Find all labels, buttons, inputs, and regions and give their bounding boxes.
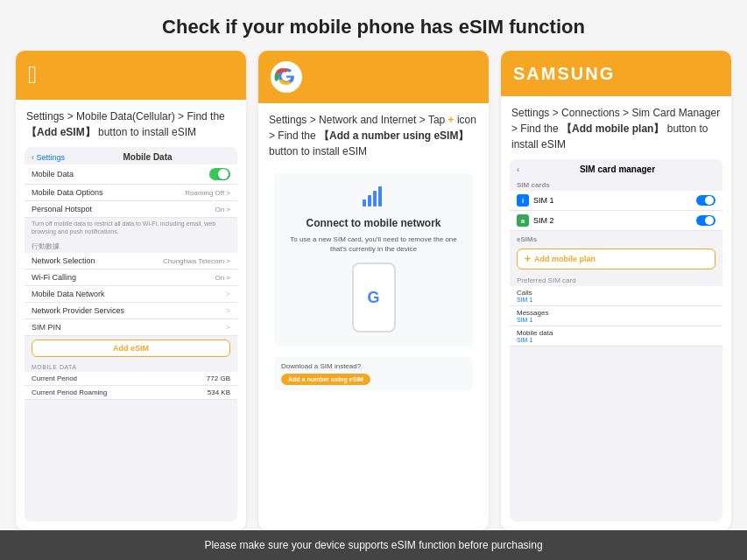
samsung-sim1-row: i SIM 1 bbox=[510, 191, 722, 211]
samsung-esim-header: eSIMs bbox=[510, 231, 722, 245]
apple-chevron-icon: > bbox=[226, 290, 230, 298]
svg-rect-3 bbox=[373, 191, 377, 206]
apple-mobile-data-header: MOBILE DATA bbox=[25, 360, 237, 372]
google-g-icon: G bbox=[367, 289, 379, 307]
samsung-pref-messages-label: Messages bbox=[517, 309, 715, 317]
apple-roaming-row: Current Period Roaming 534 KB bbox=[25, 386, 237, 400]
apple-row-simpin: SIM PIN > bbox=[25, 319, 237, 336]
apple-chevron-icon: > bbox=[226, 323, 230, 332]
apple-row-network: Network Selection Chunghwa Telecom > bbox=[25, 253, 237, 270]
samsung-add-plan-plus-icon: + bbox=[525, 253, 531, 265]
apple-roaming-label: Current Period Roaming bbox=[32, 388, 107, 396]
samsung-pref-mobiledata-row: Mobile data SIM 1 bbox=[510, 326, 722, 346]
samsung-sim1-left: i SIM 1 bbox=[517, 194, 554, 206]
apple-row-mobile-network: Mobile Data Network > bbox=[25, 286, 237, 303]
google-connect-area: Connect to mobile network To use a new S… bbox=[274, 173, 473, 346]
apple-row-value: Roaming Off > bbox=[185, 189, 230, 197]
apple-warning-text: Turn off mobile data to restrict all dat… bbox=[25, 218, 237, 238]
apple-card-header:  bbox=[16, 51, 246, 100]
cards-container:  Settings > Mobile Data(Cellular) > Fin… bbox=[0, 51, 747, 530]
apple-row-value: On > bbox=[215, 274, 230, 282]
google-download-area: Download a SIM instead? Add a number usi… bbox=[274, 357, 473, 390]
signal-icon bbox=[362, 186, 386, 212]
apple-add-esim-button[interactable]: Add eSIM bbox=[32, 340, 230, 357]
apple-row-hotspot: Personal Hotspot On > bbox=[25, 201, 237, 218]
apple-period-label: Current Period bbox=[32, 374, 77, 382]
apple-chevron-icon: > bbox=[226, 306, 230, 315]
samsung-pref-calls-row: Calls SIM 1 bbox=[510, 286, 722, 306]
google-card-description: Settings > Network and Internet > Tap + … bbox=[258, 103, 489, 166]
samsung-add-mobile-plan-button[interactable]: + Add mobile plan bbox=[517, 248, 715, 270]
samsung-add-plan-label: Add mobile plan bbox=[534, 255, 595, 263]
apple-row-label: SIM PIN bbox=[32, 323, 61, 332]
samsung-pref-calls-sub: SIM 1 bbox=[517, 297, 715, 303]
apple-row-mobile-data: Mobile Data bbox=[25, 164, 237, 185]
samsung-sim2-row: a SIM 2 bbox=[510, 211, 722, 231]
samsung-pref-mobiledata-sub: SIM 1 bbox=[517, 337, 715, 343]
samsung-sim1-toggle bbox=[696, 195, 715, 206]
apple-nav-back: ‹ Settings bbox=[32, 153, 65, 162]
samsung-pref-mobiledata-label: Mobile data bbox=[517, 329, 715, 337]
google-logo-icon bbox=[271, 61, 302, 93]
samsung-logo-text: SAMSUNG bbox=[513, 64, 615, 84]
google-connect-description: To use a new SIM card, you'll need to re… bbox=[283, 234, 464, 254]
svg-rect-4 bbox=[378, 186, 382, 206]
apple-nav-title: Mobile Data bbox=[65, 152, 230, 162]
samsung-sim2-icon: a bbox=[517, 214, 529, 227]
samsung-preferred-header: Preferred SIM card bbox=[510, 273, 722, 286]
samsung-sim2-left: a SIM 2 bbox=[517, 214, 554, 227]
apple-card:  Settings > Mobile Data(Cellular) > Fin… bbox=[16, 51, 246, 530]
google-phone-outline: G bbox=[352, 262, 396, 332]
samsung-sim2-label: SIM 2 bbox=[533, 216, 554, 225]
samsung-sim1-icon: i bbox=[517, 194, 529, 206]
samsung-screen: ‹ SIM card manager SIM cards i SIM 1 a S… bbox=[510, 159, 722, 522]
google-add-number-button[interactable]: Add a number using eSIM bbox=[281, 374, 370, 385]
footer: Please make sure your device supports eS… bbox=[0, 530, 747, 560]
apple-row-label: Wi-Fi Calling bbox=[32, 273, 76, 282]
apple-row-label: Network Provider Services bbox=[32, 306, 124, 315]
apple-period-value: 772 GB bbox=[207, 374, 230, 382]
google-screen: Connect to mobile network To use a new S… bbox=[267, 166, 480, 522]
google-card-header bbox=[258, 51, 489, 103]
apple-card-description: Settings > Mobile Data(Cellular) > Find … bbox=[16, 100, 246, 147]
google-download-text: Download a SIM instead? bbox=[281, 362, 361, 370]
apple-row-value: On > bbox=[215, 206, 230, 214]
google-card: Settings > Network and Internet > Tap + … bbox=[258, 51, 489, 530]
samsung-sim-cards-header: SIM cards bbox=[510, 178, 722, 191]
apple-nav-bar: ‹ Settings Mobile Data bbox=[25, 147, 237, 164]
samsung-pref-messages-row: Messages SIM 1 bbox=[510, 306, 722, 326]
samsung-sim1-label: SIM 1 bbox=[533, 196, 554, 205]
svg-rect-2 bbox=[368, 195, 371, 206]
apple-current-period-row: Current Period 772 GB bbox=[25, 372, 237, 386]
samsung-pref-messages-sub: SIM 1 bbox=[517, 317, 715, 323]
samsung-card: SAMSUNG Settings > Connections > Sim Car… bbox=[501, 51, 731, 530]
apple-logo-icon:  bbox=[28, 61, 37, 89]
samsung-card-description: Settings > Connections > Sim Card Manage… bbox=[501, 96, 731, 159]
apple-row-wifi-calling: Wi-Fi Calling On > bbox=[25, 270, 237, 286]
apple-toggle-on bbox=[209, 168, 230, 180]
apple-row-label: Network Selection bbox=[32, 256, 95, 265]
apple-screen: ‹ Settings Mobile Data Mobile Data Mobil… bbox=[25, 147, 237, 522]
apple-row-value: Chunghwa Telecom > bbox=[163, 257, 230, 265]
samsung-card-header: SAMSUNG bbox=[501, 51, 731, 96]
svg-rect-1 bbox=[363, 200, 366, 206]
apple-row-label: Mobile Data Options bbox=[32, 188, 103, 197]
apple-section-header: 行動數據 bbox=[25, 238, 237, 253]
footer-text: Please make sure your device supports eS… bbox=[204, 539, 542, 551]
google-connect-title: Connect to mobile network bbox=[306, 217, 440, 229]
apple-row-label: Mobile Data Network bbox=[32, 290, 105, 298]
samsung-sim2-toggle bbox=[696, 215, 715, 226]
apple-row-provider: Network Provider Services > bbox=[25, 303, 237, 319]
page-title: Check if your mobile phone has eSIM func… bbox=[0, 0, 747, 51]
apple-row-options: Mobile Data Options Roaming Off > bbox=[25, 185, 237, 201]
apple-row-label: Personal Hotspot bbox=[32, 205, 92, 214]
apple-row-label: Mobile Data bbox=[32, 170, 74, 178]
apple-roaming-value: 534 KB bbox=[208, 388, 230, 396]
samsung-nav-title: SIM card manager bbox=[519, 164, 715, 174]
samsung-nav-bar: ‹ SIM card manager bbox=[510, 159, 722, 178]
samsung-pref-calls-label: Calls bbox=[517, 289, 715, 297]
